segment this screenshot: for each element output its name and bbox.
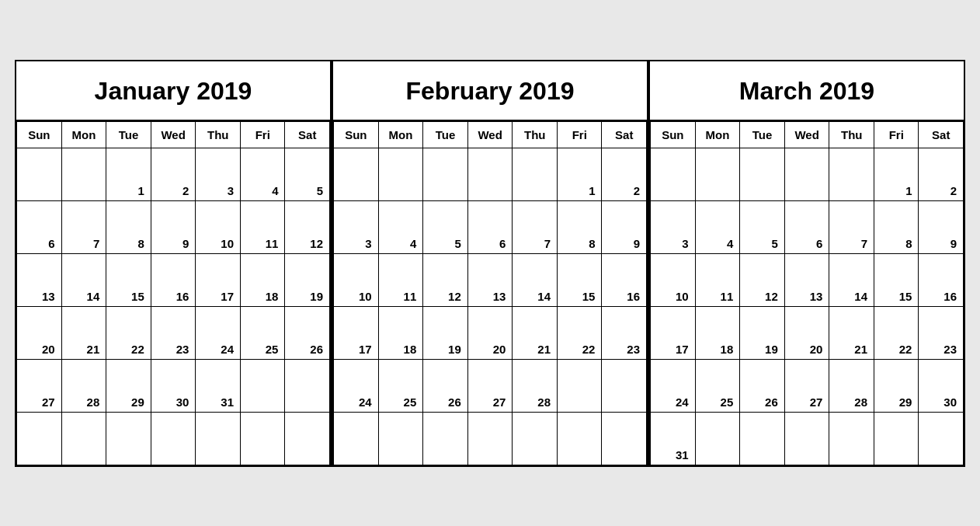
calendar-day-cell[interactable]: 5 [285, 148, 330, 200]
calendar-day-cell[interactable]: 3 [196, 148, 241, 200]
calendar-day-cell[interactable]: 9 [919, 200, 964, 253]
calendar-day-cell[interactable]: 5 [740, 200, 785, 253]
calendar-day-cell[interactable]: 6 [17, 200, 62, 253]
calendar-day-cell[interactable]: 28 [61, 359, 106, 412]
calendar-day-cell[interactable]: 18 [378, 306, 423, 359]
calendar-day-cell[interactable]: 20 [784, 306, 829, 359]
calendar-day-cell[interactable]: 25 [695, 359, 740, 412]
calendar-day-cell[interactable]: 15 [558, 253, 602, 306]
calendar-day-cell[interactable]: 9 [602, 200, 647, 253]
calendar-day-cell[interactable]: 17 [334, 306, 379, 359]
calendar-day-cell[interactable]: 14 [513, 253, 558, 306]
calendar-day-cell[interactable]: 23 [919, 306, 964, 359]
calendar-day-cell[interactable]: 1 [874, 148, 919, 200]
calendar-day-cell[interactable]: 2 [919, 148, 964, 200]
calendar-day-cell[interactable]: 14 [61, 253, 106, 306]
calendar-day-cell[interactable]: 10 [334, 253, 379, 306]
calendar-day-cell[interactable]: 17 [651, 306, 696, 359]
calendar-day-cell[interactable]: 15 [106, 253, 151, 306]
calendar-day-cell[interactable]: 26 [740, 359, 785, 412]
calendar-day-cell[interactable]: 5 [423, 200, 468, 253]
calendar-day-cell[interactable]: 7 [513, 200, 558, 253]
calendar-day-cell[interactable]: 21 [829, 306, 874, 359]
calendar-day-cell[interactable]: 29 [874, 359, 919, 412]
calendar-day-cell[interactable]: 2 [602, 148, 647, 200]
calendar-day-cell[interactable]: 27 [784, 359, 829, 412]
calendar-day-cell[interactable]: 11 [241, 200, 285, 253]
calendar-day-cell[interactable]: 20 [17, 306, 62, 359]
day-header-fri: Fri [241, 121, 285, 148]
calendar-day-cell[interactable]: 4 [241, 148, 285, 200]
calendar-day-cell [740, 148, 785, 200]
calendar-day-cell[interactable]: 16 [151, 253, 196, 306]
calendar-day-cell[interactable]: 22 [106, 306, 151, 359]
calendar-day-cell[interactable]: 26 [285, 306, 330, 359]
calendar-day-cell[interactable]: 30 [151, 359, 196, 412]
calendar-day-cell[interactable]: 24 [651, 359, 696, 412]
calendar-day-cell[interactable]: 8 [558, 200, 602, 253]
calendar-day-cell[interactable]: 14 [829, 253, 874, 306]
calendar-day-cell[interactable]: 3 [651, 200, 696, 253]
calendar-day-cell[interactable]: 31 [196, 359, 241, 412]
calendar-day-cell[interactable]: 16 [602, 253, 647, 306]
calendar-day-cell[interactable]: 8 [874, 200, 919, 253]
calendar-day-cell[interactable]: 6 [784, 200, 829, 253]
calendar-day-cell[interactable]: 27 [17, 359, 62, 412]
calendar-day-cell[interactable]: 12 [423, 253, 468, 306]
calendar-day-cell[interactable]: 10 [651, 253, 696, 306]
day-header-sat: Sat [602, 121, 647, 148]
calendar-day-cell [695, 412, 740, 465]
calendar-day-cell[interactable]: 28 [829, 359, 874, 412]
calendar-day-cell[interactable]: 8 [106, 200, 151, 253]
calendar-day-cell[interactable]: 30 [919, 359, 964, 412]
calendar-day-cell[interactable]: 10 [196, 200, 241, 253]
calendar-day-cell[interactable]: 13 [784, 253, 829, 306]
calendar-day-cell[interactable]: 12 [740, 253, 785, 306]
calendar-day-cell[interactable]: 24 [334, 359, 379, 412]
calendar-day-cell [334, 148, 379, 200]
calendar-day-cell[interactable]: 22 [874, 306, 919, 359]
calendar-day-cell[interactable]: 23 [151, 306, 196, 359]
calendar-day-cell[interactable]: 1 [558, 148, 602, 200]
calendar-day-cell[interactable]: 18 [241, 253, 285, 306]
calendar-day-cell[interactable]: 15 [874, 253, 919, 306]
calendar-day-cell[interactable]: 11 [378, 253, 423, 306]
calendar-day-cell[interactable]: 4 [378, 200, 423, 253]
calendar-day-cell[interactable]: 19 [740, 306, 785, 359]
calendar-day-cell[interactable]: 26 [423, 359, 468, 412]
calendar-day-cell[interactable]: 3 [334, 200, 379, 253]
calendar-day-cell[interactable]: 11 [695, 253, 740, 306]
calendar-day-cell[interactable]: 25 [378, 359, 423, 412]
calendar-day-cell[interactable]: 25 [241, 306, 285, 359]
calendar-day-cell[interactable]: 19 [423, 306, 468, 359]
calendar-day-cell[interactable]: 20 [467, 306, 513, 359]
calendar-day-cell[interactable]: 17 [196, 253, 241, 306]
calendar-day-cell [651, 148, 696, 200]
calendar-day-cell[interactable]: 4 [695, 200, 740, 253]
calendar-day-cell[interactable]: 31 [651, 412, 696, 465]
calendar-day-cell[interactable]: 6 [467, 200, 513, 253]
day-header-sat: Sat [285, 121, 330, 148]
calendar-day-cell[interactable]: 21 [61, 306, 106, 359]
calendar-day-cell[interactable]: 13 [17, 253, 62, 306]
calendar-day-cell[interactable]: 24 [196, 306, 241, 359]
calendar-day-cell[interactable]: 2 [151, 148, 196, 200]
calendar-day-cell[interactable]: 22 [558, 306, 602, 359]
calendar-day-cell[interactable]: 18 [695, 306, 740, 359]
calendar-day-cell[interactable]: 21 [513, 306, 558, 359]
calendar-day-cell[interactable]: 27 [467, 359, 513, 412]
calendar-day-cell[interactable]: 7 [61, 200, 106, 253]
calendar-day-cell[interactable]: 19 [285, 253, 330, 306]
calendar-day-cell[interactable]: 7 [829, 200, 874, 253]
calendar-day-cell[interactable]: 23 [602, 306, 647, 359]
calendar-day-cell[interactable]: 1 [106, 148, 151, 200]
calendar-day-cell[interactable]: 29 [106, 359, 151, 412]
calendar-day-cell[interactable]: 13 [467, 253, 513, 306]
day-header-mon: Mon [695, 121, 740, 148]
calendar-day-cell[interactable]: 9 [151, 200, 196, 253]
calendar-day-cell[interactable]: 28 [513, 359, 558, 412]
calendar-day-cell [874, 412, 919, 465]
calendar-day-cell[interactable]: 12 [285, 200, 330, 253]
calendar-day-cell[interactable]: 16 [919, 253, 964, 306]
calendar-day-cell [106, 412, 151, 465]
